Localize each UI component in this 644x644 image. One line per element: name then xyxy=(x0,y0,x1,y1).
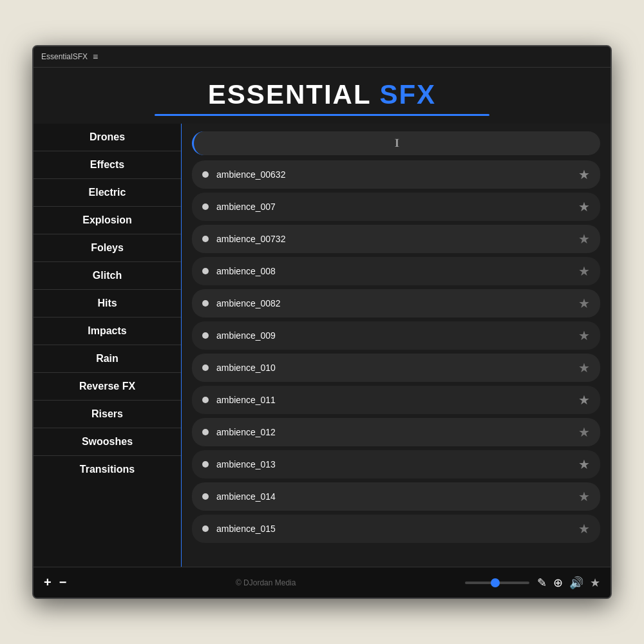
sidebar-item-effects[interactable]: Effects xyxy=(33,151,181,179)
track-name: ambience_015 xyxy=(216,524,571,534)
track-dot xyxy=(202,300,209,307)
sidebar-item-label: Hits xyxy=(97,298,117,308)
track-item[interactable]: ambience_013★ xyxy=(192,450,600,478)
header-underline xyxy=(155,114,489,116)
volume-slider[interactable] xyxy=(465,582,529,584)
track-star-icon[interactable]: ★ xyxy=(578,296,590,311)
sidebar-item-label: Electric xyxy=(89,187,126,198)
track-name: ambience_00632 xyxy=(216,169,571,180)
sidebar-item-hits[interactable]: Hits xyxy=(33,290,181,317)
app-window: EssentialSFX ≡ ESSENTIAL SFX DronesEffec… xyxy=(32,45,612,599)
track-item[interactable]: ambience_007★ xyxy=(192,193,600,221)
track-item[interactable]: ambience_008★ xyxy=(192,257,600,285)
sidebar-item-risers[interactable]: Risers xyxy=(33,401,181,428)
track-name: ambience_00732 xyxy=(216,234,571,244)
track-star-icon[interactable]: ★ xyxy=(578,167,590,182)
app-header: ESSENTIAL SFX xyxy=(33,68,611,124)
copyright-text: © DJordan Media xyxy=(74,578,457,587)
track-star-icon[interactable]: ★ xyxy=(578,521,590,536)
track-star-icon[interactable]: ★ xyxy=(578,392,590,408)
sidebar-item-label: Drones xyxy=(90,131,125,142)
bottom-bar: + − © DJordan Media ✎ ⊕ 🔊 ★ xyxy=(33,567,611,598)
track-item[interactable]: ambience_014★ xyxy=(192,482,600,511)
track-name: ambience_007 xyxy=(216,202,571,212)
track-star-icon[interactable]: ★ xyxy=(578,263,590,279)
track-item[interactable]: ambience_010★ xyxy=(192,354,600,382)
app-title: EssentialSFX xyxy=(41,52,88,61)
sidebar-item-label: Impacts xyxy=(88,325,126,336)
globe-icon[interactable]: ⊕ xyxy=(553,576,563,590)
track-dot xyxy=(202,171,209,178)
track-dot xyxy=(202,493,209,500)
header-title: ESSENTIAL SFX xyxy=(33,79,611,110)
slider-track[interactable] xyxy=(465,582,529,584)
track-dot xyxy=(202,204,209,210)
sidebar-item-label: Reverse FX xyxy=(79,381,135,392)
track-name: ambience_012 xyxy=(216,427,571,437)
track-item[interactable]: ambience_012★ xyxy=(192,418,600,446)
add-button[interactable]: + xyxy=(44,575,52,590)
remove-button[interactable]: − xyxy=(59,575,67,590)
sidebar: DronesEffectsElectricExplosionFoleysGlit… xyxy=(33,124,182,567)
header-title-blue: SFX xyxy=(379,79,436,109)
track-item[interactable]: ambience_00632★ xyxy=(192,160,600,189)
edit-icon[interactable]: ✎ xyxy=(537,576,547,590)
sidebar-item-rain[interactable]: Rain xyxy=(33,345,181,373)
search-cursor: 𝐈 xyxy=(395,137,399,150)
sidebar-item-drones[interactable]: Drones xyxy=(33,124,181,151)
sidebar-item-impacts[interactable]: Impacts xyxy=(33,317,181,345)
track-item[interactable]: ambience_009★ xyxy=(192,321,600,350)
sidebar-item-label: Glitch xyxy=(93,270,122,281)
sidebar-item-swooshes[interactable]: Swooshes xyxy=(33,428,181,456)
track-name: ambience_011 xyxy=(216,395,571,405)
header-title-white: ESSENTIAL xyxy=(208,79,371,109)
sidebar-item-label: Transitions xyxy=(80,464,135,475)
track-name: ambience_010 xyxy=(216,363,571,373)
content-area: 𝐈 ambience_00632★ambience_007★ambience_0… xyxy=(182,124,611,567)
track-dot xyxy=(202,268,209,274)
track-dot xyxy=(202,332,209,339)
menu-icon[interactable]: ≡ xyxy=(93,52,98,62)
bottom-icons: ✎ ⊕ 🔊 ★ xyxy=(537,576,600,590)
track-star-icon[interactable]: ★ xyxy=(578,328,590,343)
sidebar-item-label: Explosion xyxy=(82,214,131,225)
track-star-icon[interactable]: ★ xyxy=(578,199,590,214)
title-bar: EssentialSFX ≡ xyxy=(33,46,611,68)
track-dot xyxy=(202,236,209,242)
sidebar-item-label: Swooshes xyxy=(82,436,133,447)
track-dot xyxy=(202,397,209,403)
sidebar-item-foleys[interactable]: Foleys xyxy=(33,234,181,262)
track-name: ambience_009 xyxy=(216,330,571,341)
search-bar[interactable]: 𝐈 xyxy=(192,131,600,155)
sidebar-item-label: Foleys xyxy=(91,242,124,253)
track-dot xyxy=(202,526,209,532)
sidebar-item-label: Effects xyxy=(90,159,124,170)
track-name: ambience_014 xyxy=(216,491,571,502)
sidebar-item-transitions[interactable]: Transitions xyxy=(33,456,181,483)
slider-thumb[interactable] xyxy=(491,578,500,587)
track-star-icon[interactable]: ★ xyxy=(578,231,590,247)
track-item[interactable]: ambience_00732★ xyxy=(192,225,600,253)
track-star-icon[interactable]: ★ xyxy=(578,424,590,440)
track-item[interactable]: ambience_0082★ xyxy=(192,289,600,317)
track-name: ambience_008 xyxy=(216,266,571,276)
track-star-icon[interactable]: ★ xyxy=(578,489,590,504)
sidebar-item-label: Risers xyxy=(91,408,123,419)
track-dot xyxy=(202,461,209,468)
main-content: DronesEffectsElectricExplosionFoleysGlit… xyxy=(33,124,611,567)
track-star-icon[interactable]: ★ xyxy=(578,457,590,472)
sidebar-item-explosion[interactable]: Explosion xyxy=(33,207,181,234)
sidebar-item-label: Rain xyxy=(96,353,118,364)
track-item[interactable]: ambience_011★ xyxy=(192,386,600,414)
sidebar-item-reverse-fx[interactable]: Reverse FX xyxy=(33,373,181,401)
track-dot xyxy=(202,365,209,371)
sidebar-item-glitch[interactable]: Glitch xyxy=(33,262,181,290)
track-name: ambience_013 xyxy=(216,459,571,469)
track-dot xyxy=(202,429,209,435)
track-name: ambience_0082 xyxy=(216,298,571,308)
sidebar-item-electric[interactable]: Electric xyxy=(33,179,181,207)
track-item[interactable]: ambience_015★ xyxy=(192,515,600,543)
star-icon-bottom[interactable]: ★ xyxy=(590,576,600,590)
speaker-icon[interactable]: 🔊 xyxy=(569,576,583,590)
track-star-icon[interactable]: ★ xyxy=(578,360,590,375)
